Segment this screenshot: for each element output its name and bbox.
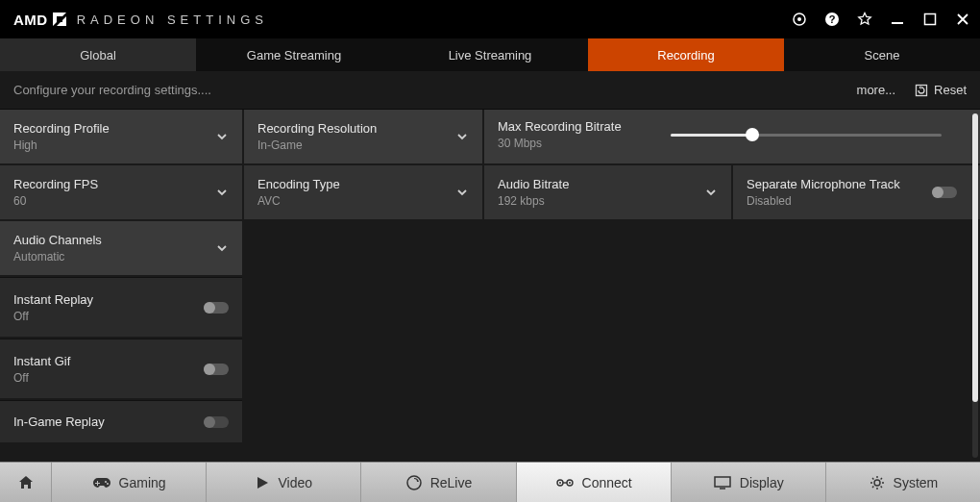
minimize-button[interactable] [888, 10, 907, 29]
recording-profile-label: Recording Profile [13, 121, 110, 136]
app-title: RADEON SETTINGS [77, 13, 268, 27]
nav-system[interactable]: System [826, 463, 980, 502]
recording-fps-value: 60 [13, 194, 98, 208]
system-icon [869, 474, 886, 491]
chevron-down-icon [215, 241, 229, 255]
tab-recording[interactable]: Recording [588, 38, 784, 71]
nav-relive[interactable]: ReLive [361, 463, 516, 502]
window-controls: ? [790, 10, 972, 29]
svg-point-13 [874, 480, 880, 486]
instant-gif-label: Instant Gif [13, 354, 70, 368]
svg-point-11 [569, 482, 571, 484]
toggle-switch [932, 187, 957, 198]
in-game-replay-label: In-Game Replay [13, 414, 105, 429]
instant-replay-value: Off [13, 310, 93, 323]
audio-bitrate-label: Audio Bitrate [498, 177, 569, 191]
svg-point-10 [559, 482, 561, 484]
encoding-type-dropdown[interactable]: Encoding TypeAVC [244, 165, 482, 219]
audio-channels-dropdown[interactable]: Audio ChannelsAutomatic [0, 221, 242, 275]
nav-relive-label: ReLive [430, 475, 473, 490]
nav-display[interactable]: Display [672, 463, 826, 502]
reset-label: Reset [934, 83, 967, 97]
scrollbar[interactable] [972, 113, 978, 458]
play-icon [255, 475, 270, 490]
separate-mic-toggle[interactable]: Separate Microphone TrackDisabled [733, 165, 980, 219]
max-bitrate-label: Max Recording Bitrate [498, 119, 661, 134]
amd-text: AMD [13, 12, 48, 28]
updates-icon[interactable] [790, 10, 809, 29]
recording-resolution-dropdown[interactable]: Recording ResolutionIn-Game [244, 110, 482, 163]
in-game-replay-toggle[interactable]: In-Game Replay [0, 400, 242, 442]
nav-gaming[interactable]: Gaming [52, 463, 207, 502]
maximize-button[interactable] [920, 10, 940, 29]
encoding-type-value: AVC [257, 194, 340, 208]
subtab-bar: Global Game Streaming Live Streaming Rec… [0, 38, 980, 71]
subheader-text: Configure your recording settings.... [13, 83, 211, 97]
tab-global[interactable]: Global [0, 38, 196, 71]
titlebar: AMD RADEON SETTINGS ? [0, 0, 980, 38]
app-logo: AMD RADEON SETTINGS [13, 12, 268, 28]
audio-channels-value: Automatic [13, 250, 102, 264]
max-bitrate-tile: Max Recording Bitrate30 Mbps [484, 110, 980, 163]
instant-replay-toggle[interactable]: Instant ReplayOff [0, 277, 242, 337]
audio-bitrate-dropdown[interactable]: Audio Bitrate192 kbps [484, 165, 731, 219]
relive-icon [405, 474, 423, 491]
max-bitrate-value: 30 Mbps [498, 137, 661, 150]
audio-channels-label: Audio Channels [13, 233, 102, 247]
encoding-type-label: Encoding Type [257, 177, 340, 191]
reset-icon [915, 84, 928, 97]
recording-fps-dropdown[interactable]: Recording FPS60 [0, 165, 242, 219]
recording-profile-dropdown[interactable]: Recording ProfileHigh [0, 110, 242, 163]
svg-rect-6 [917, 85, 927, 95]
display-icon [713, 475, 732, 490]
recording-fps-label: Recording FPS [13, 177, 98, 191]
scrollbar-thumb[interactable] [972, 113, 978, 402]
bottom-nav: Gaming Video ReLive Connect Display Syst… [0, 462, 980, 502]
help-icon[interactable]: ? [822, 10, 842, 29]
settings-content: Recording ProfileHigh Recording Resoluti… [0, 110, 980, 462]
nav-connect[interactable]: Connect [517, 463, 672, 502]
amd-glyph-icon [52, 12, 67, 27]
star-icon[interactable] [855, 10, 874, 29]
max-bitrate-slider[interactable] [671, 126, 942, 143]
nav-video[interactable]: Video [207, 463, 361, 502]
chevron-down-icon [455, 186, 469, 199]
amd-logo: AMD [13, 12, 67, 28]
home-icon [17, 474, 35, 491]
gamepad-icon [92, 476, 111, 489]
nav-system-label: System [894, 475, 939, 490]
instant-gif-toggle[interactable]: Instant GifOff [0, 339, 242, 398]
chevron-down-icon [455, 130, 469, 143]
chevron-down-icon [215, 186, 229, 199]
tab-game-streaming[interactable]: Game Streaming [196, 38, 392, 71]
toggle-switch [204, 302, 229, 314]
nav-gaming-label: Gaming [119, 475, 166, 490]
audio-bitrate-value: 192 kbps [498, 194, 569, 208]
separate-mic-label: Separate Microphone Track [747, 177, 900, 191]
more-link[interactable]: more... [857, 83, 895, 97]
toggle-switch [204, 364, 229, 375]
connect-icon [555, 476, 575, 489]
tab-live-streaming[interactable]: Live Streaming [392, 38, 588, 71]
nav-display-label: Display [740, 475, 784, 490]
instant-replay-label: Instant Replay [13, 292, 93, 307]
app-window: AMD RADEON SETTINGS ? [0, 0, 980, 502]
reset-button[interactable]: Reset [915, 83, 967, 97]
svg-rect-4 [892, 22, 903, 24]
tab-scene[interactable]: Scene [784, 38, 980, 71]
svg-point-1 [797, 17, 801, 21]
recording-profile-value: High [13, 138, 110, 152]
chevron-down-icon [215, 130, 229, 143]
subheader: Configure your recording settings.... mo… [0, 71, 980, 110]
recording-resolution-value: In-Game [257, 138, 377, 152]
nav-connect-label: Connect [582, 475, 632, 490]
separate-mic-value: Disabled [747, 194, 900, 208]
svg-rect-5 [925, 14, 936, 25]
recording-resolution-label: Recording Resolution [257, 121, 377, 136]
toggle-switch [204, 416, 229, 428]
instant-gif-value: Off [13, 371, 70, 385]
nav-video-label: Video [278, 475, 312, 490]
close-button[interactable] [953, 10, 972, 29]
svg-text:?: ? [829, 13, 836, 25]
nav-home[interactable] [0, 463, 52, 502]
